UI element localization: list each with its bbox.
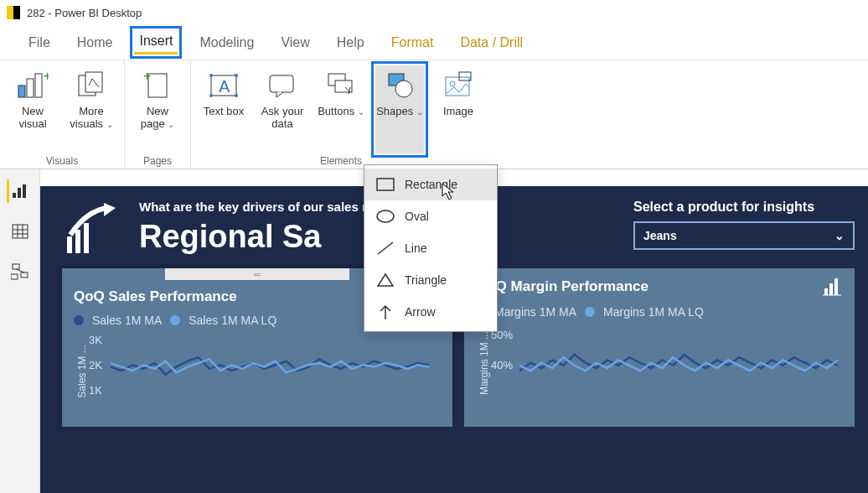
tab-file[interactable]: File — [23, 32, 55, 54]
group-elements: A Text box Ask your data Buttons ⌄ — [191, 60, 491, 169]
new-visual-label: New visual — [8, 106, 57, 131]
tab-home[interactable]: Home — [72, 32, 118, 54]
shape-triangle[interactable]: Triangle — [364, 264, 497, 296]
text-box-button[interactable]: A Text box — [199, 65, 248, 153]
elements-group-label: Elements — [320, 155, 362, 167]
ask-your-data-button[interactable]: Ask your data — [258, 65, 307, 153]
svg-text:1K: 1K — [89, 384, 102, 397]
svg-point-11 — [235, 74, 238, 77]
tab-modeling[interactable]: Modeling — [194, 32, 259, 54]
svg-rect-38 — [75, 230, 80, 253]
arrow-label: Arrow — [405, 305, 436, 319]
svg-rect-39 — [84, 223, 89, 253]
menu-bar: File Home Insert Modeling View Help Form… — [0, 25, 868, 60]
svg-rect-33 — [13, 264, 19, 269]
svg-text:3K: 3K — [89, 334, 102, 346]
svg-rect-34 — [21, 272, 28, 278]
arrow-icon — [376, 303, 395, 321]
shapes-label: Shapes ⌄ — [376, 106, 423, 118]
svg-rect-35 — [11, 274, 18, 279]
legend-dot-2 — [170, 315, 180, 325]
tab-insert[interactable]: Insert — [134, 30, 178, 54]
svg-rect-37 — [67, 236, 72, 253]
svg-rect-28 — [13, 225, 28, 238]
text-box-label: Text box — [204, 106, 244, 118]
svg-text:40%: 40% — [491, 359, 513, 371]
svg-rect-26 — [18, 188, 21, 198]
svg-text:A: A — [219, 77, 230, 96]
tab-view[interactable]: View — [276, 32, 314, 54]
product-value: Jeans — [643, 229, 677, 242]
more-visuals-label: More visuals ⌄ — [67, 106, 116, 131]
svg-text:2K: 2K — [89, 359, 102, 371]
chevron-down-icon: ⌄ — [834, 229, 845, 242]
buttons-label: Buttons ⌄ — [318, 106, 364, 118]
chart1-plot: 3K 2K 1K — [74, 332, 441, 416]
select-label: Select a product for insights — [633, 200, 855, 215]
cursor-icon — [442, 183, 457, 201]
triangle-icon — [376, 271, 395, 289]
window-title: 282 - Power BI Desktop — [27, 7, 142, 19]
svg-point-23 — [377, 210, 394, 222]
shapes-button[interactable]: Shapes ⌄ — [375, 65, 424, 153]
tab-format[interactable]: Format — [386, 32, 439, 54]
pages-group-label: Pages — [143, 155, 172, 167]
drag-handle[interactable]: ═ — [165, 268, 349, 280]
view-model[interactable] — [8, 260, 32, 283]
image-button[interactable]: Image — [434, 65, 483, 153]
buttons-button[interactable]: Buttons ⌄ — [317, 65, 365, 153]
new-page-button[interactable]: + New page ⌄ — [133, 65, 182, 153]
svg-rect-43 — [824, 288, 828, 295]
visuals-group-label: Visuals — [46, 155, 78, 167]
svg-point-10 — [209, 74, 213, 77]
rectangle-icon — [376, 175, 395, 194]
svg-rect-19 — [446, 77, 469, 96]
tab-data-drill[interactable]: Data / Drill — [455, 32, 528, 54]
shape-line[interactable]: Line — [364, 232, 497, 264]
page-icon: + — [141, 69, 174, 102]
shapes-dropdown: Rectangle Oval Line Triangle Arrow — [364, 164, 498, 332]
svg-line-24 — [378, 242, 393, 254]
buttons-icon — [324, 69, 358, 102]
svg-point-20 — [450, 81, 455, 86]
view-report[interactable] — [7, 179, 30, 203]
svg-rect-27 — [23, 184, 26, 198]
svg-rect-0 — [18, 86, 25, 97]
triangle-label: Triangle — [405, 273, 447, 287]
speech-bubble-icon — [266, 69, 299, 102]
chart1-axis: Sales 1M ... — [76, 345, 88, 397]
svg-rect-45 — [834, 278, 838, 295]
logo-icon — [62, 200, 122, 260]
powerbi-icon — [7, 6, 20, 19]
image-icon — [442, 69, 475, 102]
image-label: Image — [443, 106, 473, 118]
oval-label: Oval — [405, 210, 429, 223]
legend2: Sales 1M MA LQ — [189, 314, 276, 327]
svg-rect-14 — [270, 75, 293, 92]
svg-text:+: + — [44, 70, 49, 83]
shape-arrow[interactable]: Arrow — [364, 296, 497, 328]
more-visuals-icon — [75, 69, 108, 102]
title-bar: 282 - Power BI Desktop — [0, 0, 868, 25]
new-visual-button[interactable]: + New visual — [8, 65, 57, 153]
view-data[interactable] — [8, 220, 32, 243]
legend1: Sales 1M MA — [92, 314, 162, 327]
legend-dot-1 — [74, 315, 84, 325]
chart-margin[interactable]: QoQ Margin Performance Margins 1M MA Mar… — [464, 268, 855, 427]
svg-rect-5 — [85, 72, 102, 92]
chart2-axis: Margins 1M ... — [478, 331, 490, 395]
svg-point-13 — [235, 94, 238, 97]
product-dropdown[interactable]: Jeans ⌄ — [633, 221, 855, 250]
shape-rectangle[interactable]: Rectangle — [364, 169, 497, 200]
chart1-title: QoQ Sales Performance — [74, 288, 237, 305]
oval-icon — [376, 207, 395, 226]
shape-oval[interactable]: Oval — [364, 200, 497, 232]
more-visuals-button[interactable]: More visuals ⌄ — [67, 65, 116, 153]
line-label: Line — [405, 241, 426, 255]
ask-your-data-label: Ask your data — [258, 106, 307, 131]
tab-help[interactable]: Help — [332, 32, 369, 54]
svg-point-12 — [209, 94, 213, 97]
shapes-icon — [383, 69, 416, 102]
svg-rect-1 — [27, 79, 34, 97]
group-visuals: + New visual More visuals ⌄ Visuals — [0, 60, 125, 169]
